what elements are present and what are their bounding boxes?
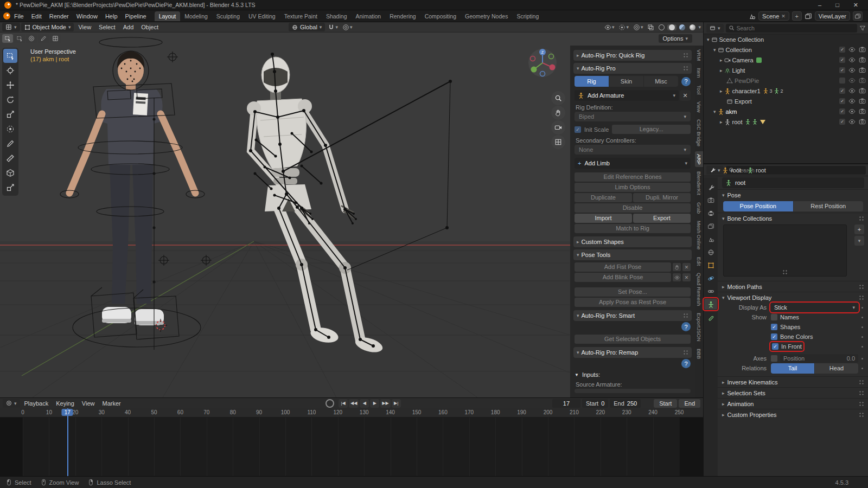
panel-header-quick-rig[interactable]: ▸ Auto-Rig Pro: Quick Rig	[573, 50, 692, 61]
get-selected-objects-button[interactable]: Get Selected Objects	[575, 335, 691, 344]
sidebar-tab-view[interactable]: View	[695, 99, 703, 115]
duplicate-button[interactable]: Duplicate	[575, 193, 632, 202]
camera-view-button[interactable]	[551, 120, 565, 134]
workspace-tab-uv-editing[interactable]: UV Editing	[244, 11, 280, 21]
breadcrumb-object[interactable]: root	[731, 167, 741, 174]
timeline-menu-view[interactable]: View	[79, 399, 98, 408]
play-reverse-button[interactable]: ◀	[360, 399, 369, 408]
object-visibility-dropdown[interactable]: ▾	[603, 24, 616, 31]
hide-eye-icon[interactable]	[848, 108, 856, 115]
minimize-button[interactable]: –	[818, 2, 821, 9]
hide-eye-icon[interactable]	[848, 46, 856, 53]
sidebar-tab-blenderkit[interactable]: BlenderKit	[695, 169, 703, 198]
rest-position-button[interactable]: Rest Position	[794, 201, 864, 211]
bone-collections-specials-button[interactable]: ▾	[854, 236, 864, 246]
workspace-tab-compositing[interactable]: Compositing	[420, 11, 461, 21]
tab-object[interactable]	[704, 260, 717, 271]
arp-tab-misc[interactable]: Misc	[644, 76, 678, 87]
workspace-tab-modeling[interactable]: Modeling	[180, 11, 212, 21]
hide-eye-icon[interactable]	[848, 67, 856, 74]
workspace-tab-animation[interactable]: Animation	[351, 11, 385, 21]
sidebar-tab-quad-remesh[interactable]: Quad Remesh	[695, 270, 703, 309]
menu-window[interactable]: Window	[73, 11, 101, 21]
import-button[interactable]: Import	[575, 214, 632, 223]
arp-tab-rig[interactable]: Rig	[575, 76, 609, 87]
sidebar-tab-mesh-online[interactable]: Mesh Online	[695, 218, 703, 252]
tool-move-button[interactable]	[3, 78, 17, 92]
outliner-item-label[interactable]: character1	[732, 88, 761, 94]
drag-grip-icon[interactable]	[859, 284, 864, 290]
zoom-view-button[interactable]	[551, 91, 565, 105]
tab-world[interactable]	[704, 247, 717, 258]
arp-tab-skin[interactable]: Skin	[609, 76, 643, 87]
panel-header-custom-shapes[interactable]: ▸ Custom Shapes	[573, 236, 692, 247]
editor-type-dropdown[interactable]: ▾	[2, 23, 20, 31]
tab-output[interactable]	[704, 208, 717, 219]
sidebar-tab-item[interactable]: Item	[695, 65, 703, 80]
render-visibility-icon[interactable]	[859, 46, 866, 53]
blender-menu-icon[interactable]	[3, 12, 10, 20]
expand-caret-icon[interactable]: ▾	[713, 109, 716, 114]
exclude-checkbox[interactable]: ✓	[839, 88, 845, 94]
viewport-canvas[interactable]: Options▾ User Perspective (17) akm | roo…	[0, 33, 703, 397]
outliner-editor-type-dropdown[interactable]: ▾	[706, 24, 724, 33]
source-armature-dropdown[interactable]	[575, 389, 691, 393]
workspace-tab-shading[interactable]: Shading	[322, 11, 352, 21]
outliner-row-character1[interactable]: ▸ character1 3 2 ✓	[704, 86, 868, 96]
options-dropdown[interactable]: Options▾	[659, 34, 692, 43]
workspace-tab-texture-paint[interactable]: Texture Paint	[280, 11, 322, 21]
section-motion-paths[interactable]: ▸ Motion Paths	[718, 281, 868, 292]
render-visibility-icon[interactable]	[859, 108, 866, 115]
match-to-rig-button[interactable]: Match to Rig	[575, 224, 691, 233]
display-as-dropdown[interactable]: Stick▾	[771, 303, 858, 312]
apply-pose-button[interactable]: Apply Pose as Rest Pose	[575, 298, 691, 307]
exclude-checkbox[interactable]: ✓	[839, 98, 845, 104]
exclude-checkbox[interactable]: ✓	[839, 108, 845, 114]
add-armature-dropdown[interactable]: Add Armature▾	[575, 90, 679, 101]
outliner-row-export[interactable]: Export ✓	[704, 96, 868, 106]
exclude-checkbox[interactable]: ✓	[839, 119, 845, 125]
outliner-item-label[interactable]: Light	[732, 67, 745, 74]
drag-grip-icon[interactable]	[859, 401, 864, 407]
tab-tool[interactable]	[704, 182, 717, 192]
add-bone-collection-button[interactable]: +	[854, 224, 864, 234]
select-mode-circle-button[interactable]	[26, 34, 37, 43]
help-button[interactable]: ?	[681, 77, 691, 86]
in-front-checkbox[interactable]: ✓	[772, 343, 778, 350]
outliner-row-scene-collection[interactable]: ▾ Scene Collection	[704, 34, 868, 44]
init-scale-checkbox[interactable]: ✓	[575, 126, 581, 133]
pose-position-button[interactable]: Pose Position	[723, 201, 793, 211]
timeline-editor-type-dropdown[interactable]: ▾	[3, 399, 20, 408]
timeline-menu-playback[interactable]: Playback	[21, 399, 52, 408]
panel-header-pose-tools[interactable]: ▾ Pose Tools	[573, 249, 692, 260]
play-button[interactable]: ▶	[370, 399, 379, 408]
panel-header-arp-smart[interactable]: ▾ Auto-Rig Pro: Smart	[573, 310, 692, 321]
sidebar-tab-vrm[interactable]: VRM	[695, 47, 703, 63]
jump-to-start-button[interactable]: |◀	[339, 399, 348, 408]
drag-grip-icon[interactable]	[859, 216, 864, 221]
mode-dropdown[interactable]: Object Mode▾	[21, 23, 74, 31]
workspace-tab-sculpting[interactable]: Sculpting	[212, 11, 244, 21]
tool-extrude-button[interactable]	[3, 181, 17, 195]
exclude-checkbox[interactable]: ✓	[839, 67, 845, 73]
exclude-checkbox[interactable]	[839, 78, 845, 84]
blink-pose-clear-icon[interactable]: ✕	[682, 273, 691, 281]
animate-dot[interactable]	[861, 317, 863, 318]
new-scene-button[interactable]: +	[792, 11, 802, 21]
select-mode-box-button[interactable]	[14, 34, 25, 43]
drag-grip-icon[interactable]	[683, 313, 688, 318]
outliner-item-label[interactable]: akm	[726, 108, 737, 115]
animate-dot[interactable]	[861, 346, 863, 348]
viewport-menu-object[interactable]: Object	[138, 23, 162, 31]
menu-pipeline[interactable]: Pipeline	[122, 11, 150, 21]
section-bone-collections[interactable]: ▾ Bone Collections	[718, 213, 868, 223]
tool-scale-button[interactable]	[3, 107, 17, 121]
menu-file[interactable]: File	[10, 11, 28, 21]
timeline-tracks-area[interactable]	[0, 418, 703, 476]
exclude-checkbox[interactable]: ✓	[839, 47, 845, 53]
outliner-item-label[interactable]: PewDPie	[735, 78, 759, 84]
add-fist-pose-button[interactable]: Add Fist Pose	[575, 262, 671, 272]
tab-view-layer[interactable]	[704, 221, 717, 232]
auto-keying-toggle[interactable]	[326, 399, 334, 408]
timeline-playhead[interactable]	[67, 408, 68, 476]
